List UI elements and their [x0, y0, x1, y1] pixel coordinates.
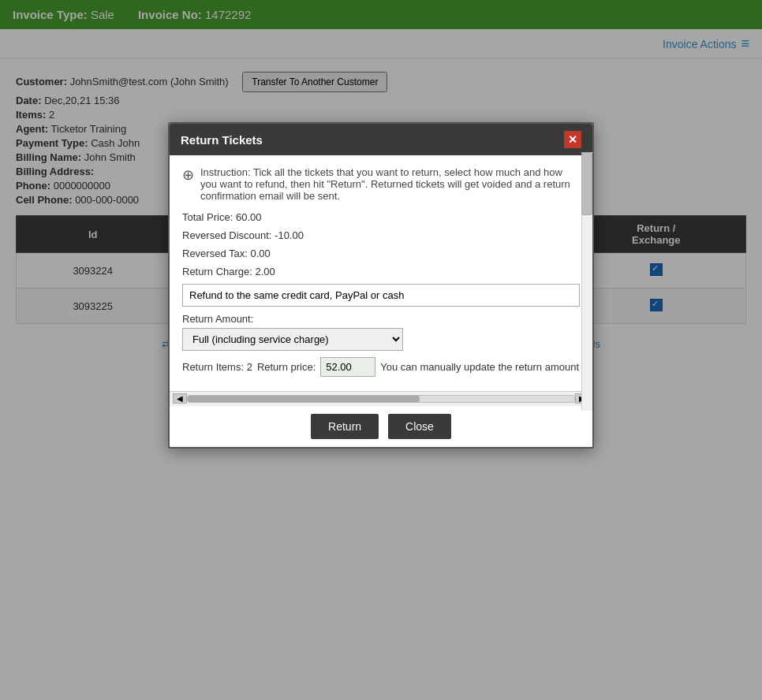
scrollbar-thumb [188, 396, 420, 402]
scrollbar-track [187, 395, 575, 403]
return-button[interactable]: Return [311, 414, 379, 439]
return-items-row: Return Items: 2 Return price: You can ma… [182, 357, 580, 377]
modal-title: Return Tickets [181, 133, 263, 147]
return-tickets-modal: Return Tickets ✕ ⊕ Instruction: Tick all… [168, 122, 594, 449]
return-items-label: Return Items: 2 [182, 361, 252, 373]
modal-horizontal-scrollbar[interactable]: ◀ ▶ [170, 391, 592, 405]
reversed-discount-row: Reversed Discount: -10.00 [182, 229, 580, 241]
reversed-tax-row: Reversed Tax: 0.00 [182, 248, 580, 259]
vscroll-thumb [581, 152, 592, 215]
info-icon: ⊕ [182, 166, 194, 202]
instruction-row: ⊕ Instruction: Tick all the tickets that… [182, 166, 580, 202]
instruction-text: Instruction: Tick all the tickets that y… [200, 166, 580, 202]
return-amount-label: Return Amount: [182, 313, 580, 325]
total-price-row: Total Price: 60.00 [182, 211, 580, 223]
manual-update-note: You can manually update the return amoun… [380, 361, 579, 373]
modal-body: ⊕ Instruction: Tick all the tickets that… [170, 155, 592, 391]
modal-footer: Return Close [170, 405, 592, 447]
scrollbar-left-button[interactable]: ◀ [173, 393, 187, 404]
modal-header: Return Tickets ✕ [170, 124, 592, 155]
modal-vertical-scrollbar[interactable] [581, 152, 592, 411]
modal-overlay: Return Tickets ✕ ⊕ Instruction: Tick all… [0, 0, 762, 700]
modal-close-button[interactable]: ✕ [564, 131, 581, 148]
refund-method-input[interactable] [182, 284, 580, 307]
return-amount-select[interactable]: Full (including service charge) Partial … [182, 328, 403, 351]
return-price-input[interactable] [320, 357, 375, 377]
return-charge-row: Return Charge: 2.00 [182, 266, 580, 277]
return-price-label: Return price: [257, 361, 316, 373]
close-button[interactable]: Close [388, 414, 451, 439]
